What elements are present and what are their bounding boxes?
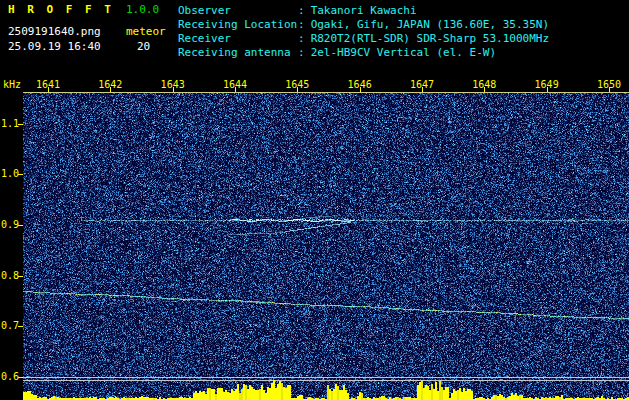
output-filename: 2509191640.png	[8, 26, 101, 38]
y-axis-tickmark	[18, 326, 23, 327]
info-label: Receiving antenna	[178, 46, 298, 60]
hrofft-output: H R O F F T 1.0.0 2509191640.png meteor …	[0, 0, 629, 400]
mode-label: meteor	[126, 26, 166, 38]
info-value: Takanori Kawachi	[311, 4, 417, 18]
info-value: R820T2(RTL-SDR) SDR-Sharp 53.1000MHz	[311, 32, 549, 46]
app-version: 1.0.0	[126, 4, 159, 16]
y-axis-tick-label: 0.8	[0, 270, 19, 281]
station-info: Observer:Takanori Kawachi Receiving Loca…	[178, 4, 549, 60]
info-label: Receiver	[178, 32, 298, 46]
event-count: 20	[137, 41, 150, 53]
x-axis-tickmark	[422, 87, 423, 92]
x-axis-tickmark	[110, 87, 111, 92]
info-colon: :	[298, 32, 305, 46]
spectrogram-canvas	[23, 93, 629, 400]
x-axis-tickmark	[173, 87, 174, 92]
y-axis-tick-label: 0.9	[0, 219, 19, 230]
y-axis-tick-label: 1.1	[0, 118, 19, 129]
y-axis-tick-label: 1.0	[0, 168, 19, 179]
y-axis-tickmark	[18, 377, 23, 378]
datetime-label: 25.09.19 16:40	[8, 41, 101, 53]
info-row-receiver: Receiver:R820T2(RTL-SDR) SDR-Sharp 53.10…	[178, 32, 549, 46]
info-row-observer: Observer:Takanori Kawachi	[178, 4, 549, 18]
x-axis-tickmark	[547, 87, 548, 92]
info-label: Receiving Location	[178, 18, 298, 32]
y-axis-tickmark	[18, 225, 23, 226]
info-row-antenna: Receiving antenna:2el-HB9CV Vertical (el…	[178, 46, 549, 60]
y-axis-unit-label: kHz	[3, 79, 21, 90]
x-axis-tickmark	[609, 87, 610, 92]
app-title: H R O F F T	[8, 4, 114, 16]
x-axis-tickmark	[48, 87, 49, 92]
info-label: Observer	[178, 4, 298, 18]
x-axis-tickmark	[484, 87, 485, 92]
x-axis-tickmark	[297, 87, 298, 92]
y-axis-tick-label: 0.6	[0, 371, 19, 382]
y-axis-tickmark	[18, 276, 23, 277]
info-colon: :	[298, 4, 305, 18]
y-axis-tickmark	[18, 174, 23, 175]
y-axis-tickmark	[18, 124, 23, 125]
info-value: 2el-HB9CV Vertical (el. E-W)	[311, 46, 496, 60]
info-colon: :	[298, 18, 305, 32]
x-axis-tickmark	[235, 87, 236, 92]
info-row-location: Receiving Location:Ogaki, Gifu, JAPAN (1…	[178, 18, 549, 32]
y-axis-tick-label: 0.7	[0, 320, 19, 331]
info-value: Ogaki, Gifu, JAPAN (136.60E, 35.35N)	[311, 18, 549, 32]
x-axis-tickmark	[360, 87, 361, 92]
info-colon: :	[298, 46, 305, 60]
